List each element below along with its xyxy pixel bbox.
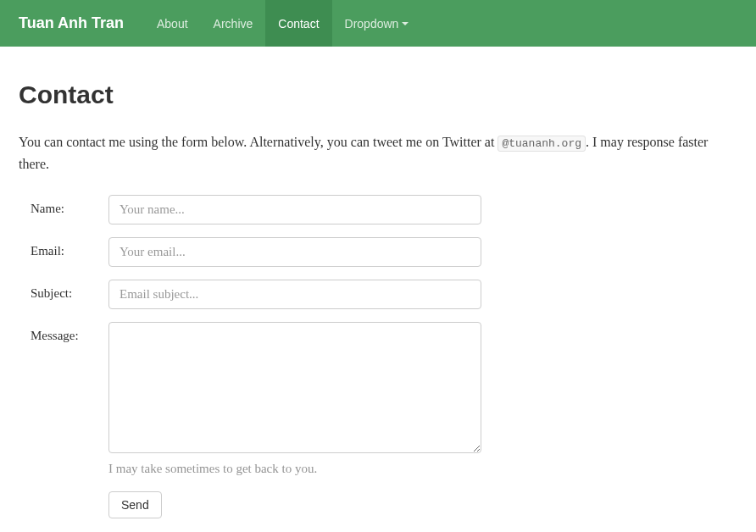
message-textarea[interactable] bbox=[108, 322, 481, 453]
nav-dropdown-label: Dropdown bbox=[345, 17, 399, 30]
intro-text: You can contact me using the form below.… bbox=[19, 131, 737, 175]
send-button[interactable]: Send bbox=[108, 491, 162, 518]
nav-contact[interactable]: Contact bbox=[265, 0, 331, 47]
navbar: Tuan Anh Tran About Archive Contact Drop… bbox=[0, 0, 756, 47]
submit-group: Send bbox=[108, 491, 737, 518]
name-label: Name: bbox=[31, 195, 108, 224]
form-group-email: Email: bbox=[31, 237, 737, 267]
twitter-handle[interactable]: @tuananh.org bbox=[498, 136, 586, 152]
subject-label: Subject: bbox=[31, 280, 108, 309]
nav-dropdown[interactable]: Dropdown bbox=[332, 0, 422, 47]
email-label: Email: bbox=[31, 237, 108, 267]
form-group-subject: Subject: bbox=[31, 280, 737, 309]
subject-input[interactable] bbox=[108, 280, 481, 309]
form-group-name: Name: bbox=[31, 195, 737, 224]
caret-down-icon bbox=[402, 22, 409, 25]
contact-form: Name: Email: Subject: Message: I may tak… bbox=[31, 195, 737, 518]
intro-pre: You can contact me using the form below.… bbox=[19, 135, 498, 149]
form-group-message: Message: I may take sometimes to get bac… bbox=[31, 322, 737, 476]
name-input[interactable] bbox=[108, 195, 481, 224]
brand-link[interactable]: Tuan Anh Tran bbox=[19, 14, 124, 32]
nav-archive[interactable]: Archive bbox=[201, 0, 266, 47]
main-container: Contact You can contact me using the for… bbox=[0, 47, 756, 532]
message-label: Message: bbox=[31, 322, 108, 476]
email-input[interactable] bbox=[108, 237, 481, 267]
nav-about[interactable]: About bbox=[144, 0, 201, 47]
page-title: Contact bbox=[19, 80, 737, 109]
help-text: I may take sometimes to get back to you. bbox=[108, 462, 481, 476]
